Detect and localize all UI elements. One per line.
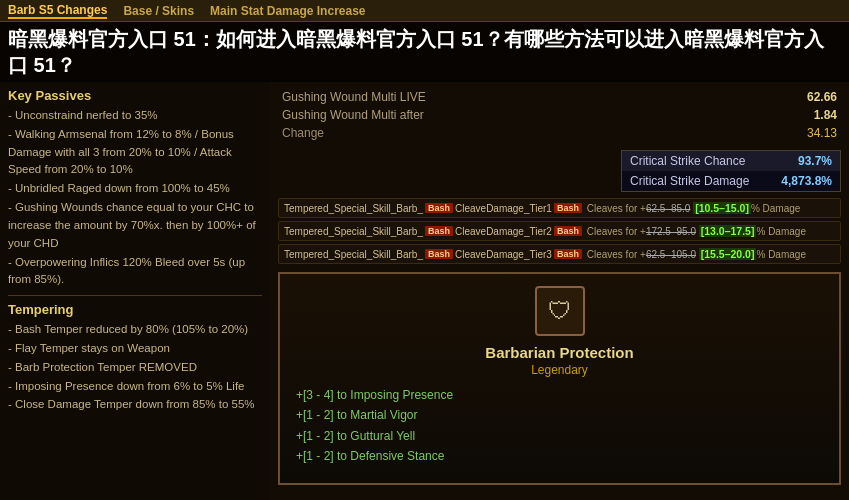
temper-row-2: Tempered_Special_Skill_Barb_ Bash Cleave…	[278, 221, 841, 241]
key-passive-line-2: - Walking Armsenal from 12% to 8% / Bonu…	[8, 126, 262, 179]
key-passive-line-5: - Overpowering Inflics 120% Bleed over 5…	[8, 254, 262, 290]
tempering-line-4: - Imposing Presence down from 6% to 5% L…	[8, 378, 262, 396]
tab-main-stat[interactable]: Main Stat Damage Increase	[210, 4, 365, 18]
legendary-stats: +[3 - 4] to Imposing Presence +[1 - 2] t…	[296, 385, 823, 467]
legendary-box: 🛡 Barbarian Protection Legendary +[3 - 4…	[278, 272, 841, 485]
legendary-stat-1: +[3 - 4] to Imposing Presence	[296, 385, 823, 405]
tempering-line-5: - Close Damage Temper down from 85% to 5…	[8, 396, 262, 414]
key-passive-line-3: - Unbridled Raged down from 100% to 45%	[8, 180, 262, 198]
change-value: 34.13	[728, 124, 841, 142]
crit-chance-row: Critical Strike Chance 93.7%	[622, 151, 840, 171]
tempering-line-1: - Bash Temper reduced by 80% (105% to 20…	[8, 321, 262, 339]
top-bar: Barb S5 Changes Base / Skins Main Stat D…	[0, 0, 849, 22]
temper-row-3: Tempered_Special_Skill_Barb_ Bash Cleave…	[278, 244, 841, 264]
key-passive-line-4: - Gushing Wounds chance equal to your CH…	[8, 199, 262, 252]
tempering-line-3: - Barb Protection Temper REMOVED	[8, 359, 262, 377]
key-passive-line-1: - Unconstraind nerfed to 35%	[8, 107, 262, 125]
stat1-label: Gushing Wound Multi LIVE	[278, 88, 728, 106]
key-passives-lines: - Unconstraind nerfed to 35% - Walking A…	[8, 107, 262, 289]
tempering-lines: - Bash Temper reduced by 80% (105% to 20…	[8, 321, 262, 414]
legendary-rarity: Legendary	[296, 363, 823, 377]
left-panel: Key Passives - Unconstraind nerfed to 35…	[0, 80, 270, 500]
crit-damage-label: Critical Strike Damage	[630, 174, 749, 188]
legendary-item-name: Barbarian Protection	[296, 344, 823, 361]
legendary-icon: 🛡	[535, 286, 585, 336]
stat2-label: Gushing Wound Multi after	[278, 106, 728, 124]
crit-damage-row: Critical Strike Damage 4,873.8%	[622, 171, 840, 191]
crit-chance-value: 93.7%	[798, 154, 832, 168]
stat2-value: 1.84	[728, 106, 841, 124]
middle-panel: Gushing Wound Multi LIVE 62.66 Gushing W…	[270, 80, 849, 500]
tab-base-skins[interactable]: Base / Skins	[123, 4, 194, 18]
change-label: Change	[278, 124, 728, 142]
crit-damage-value: 4,873.8%	[781, 174, 832, 188]
crit-box: Critical Strike Chance 93.7% Critical St…	[621, 150, 841, 192]
crit-chance-label: Critical Strike Chance	[630, 154, 745, 168]
temper-row-1: Tempered_Special_Skill_Barb_ Bash Cleave…	[278, 198, 841, 218]
key-passives-title: Key Passives	[8, 88, 262, 103]
stat1-value: 62.66	[728, 88, 841, 106]
page-title: 暗黑爆料官方入口 51：如何进入暗黑爆料官方入口 51？有哪些方法可以进入暗黑爆…	[8, 26, 841, 78]
content-area: Key Passives - Unconstraind nerfed to 35…	[0, 80, 849, 500]
tempering-line-2: - Flay Temper stays on Weapon	[8, 340, 262, 358]
tab-barb-changes[interactable]: Barb S5 Changes	[8, 3, 107, 19]
legendary-stat-4: +[1 - 2] to Defensive Stance	[296, 446, 823, 466]
tempering-title: Tempering	[8, 302, 262, 317]
legendary-stat-2: +[1 - 2] to Martial Vigor	[296, 405, 823, 425]
page-title-overlay: 暗黑爆料官方入口 51：如何进入暗黑爆料官方入口 51？有哪些方法可以进入暗黑爆…	[0, 22, 849, 82]
temper-rows: Tempered_Special_Skill_Barb_ Bash Cleave…	[278, 198, 841, 264]
legendary-stat-3: +[1 - 2] to Guttural Yell	[296, 426, 823, 446]
stat-table: Gushing Wound Multi LIVE 62.66 Gushing W…	[278, 88, 841, 142]
